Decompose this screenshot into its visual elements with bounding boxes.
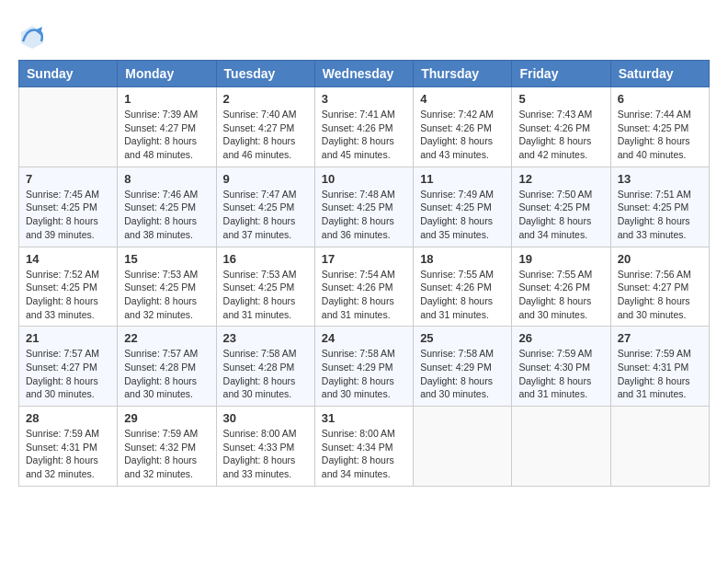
calendar-cell: 3Sunrise: 7:41 AM Sunset: 4:26 PM Daylig… (314, 87, 413, 167)
day-header-monday: Monday (118, 61, 216, 87)
day-info: Sunrise: 7:41 AM Sunset: 4:26 PM Dayligh… (322, 108, 406, 162)
calendar-cell: 28Sunrise: 7:59 AM Sunset: 4:31 PM Dayli… (19, 407, 118, 487)
day-number: 30 (223, 411, 308, 425)
day-number: 13 (618, 172, 702, 186)
day-number: 26 (518, 331, 603, 345)
day-info: Sunrise: 7:40 AM Sunset: 4:27 PM Dayligh… (223, 108, 308, 162)
day-info: Sunrise: 7:59 AM Sunset: 4:30 PM Dayligh… (518, 347, 603, 401)
day-number: 28 (26, 411, 110, 425)
calendar-cell: 20Sunrise: 7:56 AM Sunset: 4:27 PM Dayli… (610, 247, 709, 327)
day-number: 20 (618, 252, 702, 266)
calendar-cell (19, 87, 118, 167)
calendar-cell: 24Sunrise: 7:58 AM Sunset: 4:29 PM Dayli… (314, 327, 413, 407)
day-info: Sunrise: 7:55 AM Sunset: 4:26 PM Dayligh… (518, 268, 603, 322)
calendar-cell: 15Sunrise: 7:53 AM Sunset: 4:25 PM Dayli… (118, 247, 216, 327)
calendar-cell: 5Sunrise: 7:43 AM Sunset: 4:26 PM Daylig… (512, 87, 610, 167)
day-info: Sunrise: 7:58 AM Sunset: 4:29 PM Dayligh… (322, 347, 406, 401)
header (18, 18, 710, 51)
day-info: Sunrise: 7:47 AM Sunset: 4:25 PM Dayligh… (223, 188, 308, 242)
calendar-cell: 17Sunrise: 7:54 AM Sunset: 4:26 PM Dayli… (314, 247, 413, 327)
calendar-cell (610, 407, 709, 487)
day-number: 11 (420, 172, 505, 186)
calendar-cell: 12Sunrise: 7:50 AM Sunset: 4:25 PM Dayli… (512, 167, 610, 247)
day-info: Sunrise: 7:49 AM Sunset: 4:25 PM Dayligh… (420, 188, 505, 242)
calendar-cell: 18Sunrise: 7:55 AM Sunset: 4:26 PM Dayli… (414, 247, 512, 327)
day-header-wednesday: Wednesday (314, 61, 413, 87)
day-info: Sunrise: 7:45 AM Sunset: 4:25 PM Dayligh… (26, 188, 110, 242)
day-header-thursday: Thursday (414, 61, 512, 87)
day-info: Sunrise: 7:42 AM Sunset: 4:26 PM Dayligh… (420, 108, 505, 162)
calendar-cell: 25Sunrise: 7:58 AM Sunset: 4:29 PM Dayli… (414, 327, 512, 407)
day-number: 12 (518, 172, 603, 186)
calendar-cell: 13Sunrise: 7:51 AM Sunset: 4:25 PM Dayli… (610, 167, 709, 247)
day-info: Sunrise: 7:53 AM Sunset: 4:25 PM Dayligh… (223, 268, 308, 322)
day-number: 24 (322, 331, 406, 345)
day-number: 7 (26, 172, 110, 186)
calendar-cell: 30Sunrise: 8:00 AM Sunset: 4:33 PM Dayli… (216, 407, 314, 487)
calendar-week-row: 21Sunrise: 7:57 AM Sunset: 4:27 PM Dayli… (19, 327, 710, 407)
calendar-cell: 9Sunrise: 7:47 AM Sunset: 4:25 PM Daylig… (216, 167, 314, 247)
day-info: Sunrise: 7:56 AM Sunset: 4:27 PM Dayligh… (618, 268, 702, 322)
day-number: 6 (618, 92, 702, 106)
calendar-header-row: SundayMondayTuesdayWednesdayThursdayFrid… (19, 61, 710, 87)
calendar-cell: 14Sunrise: 7:52 AM Sunset: 4:25 PM Dayli… (19, 247, 118, 327)
day-number: 10 (322, 172, 406, 186)
logo-icon (18, 23, 46, 51)
calendar-week-row: 28Sunrise: 7:59 AM Sunset: 4:31 PM Dayli… (19, 407, 710, 487)
calendar-cell: 22Sunrise: 7:57 AM Sunset: 4:28 PM Dayli… (118, 327, 216, 407)
calendar-cell: 1Sunrise: 7:39 AM Sunset: 4:27 PM Daylig… (118, 87, 216, 167)
day-number: 22 (124, 331, 209, 345)
day-number: 15 (124, 252, 209, 266)
day-header-sunday: Sunday (19, 61, 118, 87)
day-info: Sunrise: 7:48 AM Sunset: 4:25 PM Dayligh… (322, 188, 406, 242)
day-number: 14 (26, 252, 110, 266)
calendar-cell: 11Sunrise: 7:49 AM Sunset: 4:25 PM Dayli… (414, 167, 512, 247)
day-info: Sunrise: 7:43 AM Sunset: 4:26 PM Dayligh… (518, 108, 603, 162)
day-number: 3 (322, 92, 406, 106)
day-number: 25 (420, 331, 505, 345)
calendar-cell: 19Sunrise: 7:55 AM Sunset: 4:26 PM Dayli… (512, 247, 610, 327)
day-info: Sunrise: 7:44 AM Sunset: 4:25 PM Dayligh… (618, 108, 702, 162)
calendar-cell: 6Sunrise: 7:44 AM Sunset: 4:25 PM Daylig… (610, 87, 709, 167)
day-info: Sunrise: 7:58 AM Sunset: 4:28 PM Dayligh… (223, 347, 308, 401)
day-header-tuesday: Tuesday (216, 61, 314, 87)
logo (18, 23, 48, 51)
calendar-cell: 7Sunrise: 7:45 AM Sunset: 4:25 PM Daylig… (19, 167, 118, 247)
day-info: Sunrise: 7:58 AM Sunset: 4:29 PM Dayligh… (420, 347, 505, 401)
calendar-week-row: 7Sunrise: 7:45 AM Sunset: 4:25 PM Daylig… (19, 167, 710, 247)
day-info: Sunrise: 7:59 AM Sunset: 4:31 PM Dayligh… (26, 427, 110, 481)
day-info: Sunrise: 8:00 AM Sunset: 4:34 PM Dayligh… (322, 427, 406, 481)
day-number: 31 (322, 411, 406, 425)
day-info: Sunrise: 7:59 AM Sunset: 4:31 PM Dayligh… (618, 347, 702, 401)
day-number: 1 (124, 92, 209, 106)
day-number: 19 (518, 252, 603, 266)
day-number: 21 (26, 331, 110, 345)
day-info: Sunrise: 7:51 AM Sunset: 4:25 PM Dayligh… (618, 188, 702, 242)
day-number: 29 (124, 411, 209, 425)
day-info: Sunrise: 7:59 AM Sunset: 4:32 PM Dayligh… (124, 427, 209, 481)
calendar-cell: 29Sunrise: 7:59 AM Sunset: 4:32 PM Dayli… (118, 407, 216, 487)
day-number: 8 (124, 172, 209, 186)
calendar-cell: 16Sunrise: 7:53 AM Sunset: 4:25 PM Dayli… (216, 247, 314, 327)
day-info: Sunrise: 7:46 AM Sunset: 4:25 PM Dayligh… (124, 188, 209, 242)
day-number: 5 (518, 92, 603, 106)
day-info: Sunrise: 7:53 AM Sunset: 4:25 PM Dayligh… (124, 268, 209, 322)
calendar-cell (512, 407, 610, 487)
day-header-friday: Friday (512, 61, 610, 87)
calendar-cell: 26Sunrise: 7:59 AM Sunset: 4:30 PM Dayli… (512, 327, 610, 407)
calendar-cell: 4Sunrise: 7:42 AM Sunset: 4:26 PM Daylig… (414, 87, 512, 167)
day-number: 4 (420, 92, 505, 106)
day-info: Sunrise: 7:57 AM Sunset: 4:27 PM Dayligh… (26, 347, 110, 401)
day-number: 9 (223, 172, 308, 186)
calendar-cell: 10Sunrise: 7:48 AM Sunset: 4:25 PM Dayli… (314, 167, 413, 247)
day-header-saturday: Saturday (610, 61, 709, 87)
day-number: 23 (223, 331, 308, 345)
calendar-cell: 2Sunrise: 7:40 AM Sunset: 4:27 PM Daylig… (216, 87, 314, 167)
calendar-cell: 23Sunrise: 7:58 AM Sunset: 4:28 PM Dayli… (216, 327, 314, 407)
day-info: Sunrise: 7:50 AM Sunset: 4:25 PM Dayligh… (518, 188, 603, 242)
day-number: 17 (322, 252, 406, 266)
day-number: 16 (223, 252, 308, 266)
day-number: 2 (223, 92, 308, 106)
calendar-cell: 31Sunrise: 8:00 AM Sunset: 4:34 PM Dayli… (314, 407, 413, 487)
day-info: Sunrise: 7:39 AM Sunset: 4:27 PM Dayligh… (124, 108, 209, 162)
